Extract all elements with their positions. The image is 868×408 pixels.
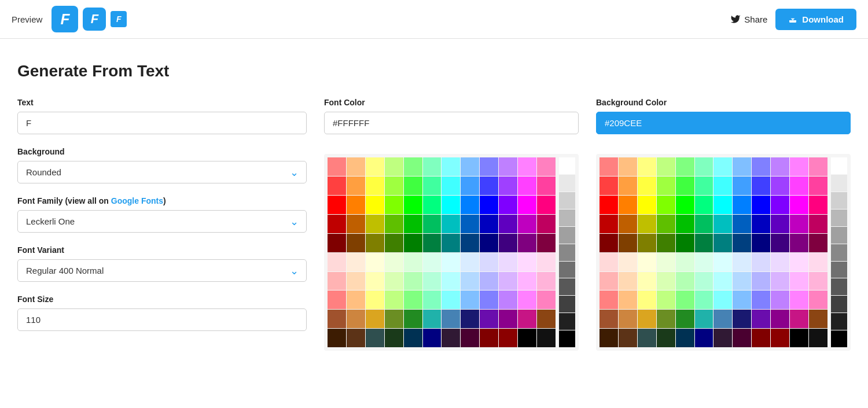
color-swatch[interactable]	[638, 157, 656, 176]
font-variant-select[interactable]: Regular 400 Normal	[17, 259, 307, 282]
color-swatch[interactable]	[499, 253, 517, 271]
color-swatch[interactable]	[619, 177, 637, 195]
color-swatch[interactable]	[518, 196, 536, 214]
color-swatch[interactable]	[638, 329, 656, 347]
color-swatch[interactable]	[328, 215, 346, 233]
color-swatch[interactable]	[328, 310, 346, 328]
color-swatch[interactable]	[385, 177, 403, 195]
color-swatch[interactable]	[713, 329, 732, 347]
color-swatch[interactable]	[790, 177, 808, 195]
color-swatch[interactable]	[771, 272, 789, 291]
color-swatch[interactable]	[619, 329, 637, 347]
color-swatch[interactable]	[518, 310, 536, 328]
color-swatch[interactable]	[366, 196, 384, 214]
gray-swatch[interactable]	[831, 262, 847, 278]
color-swatch[interactable]	[676, 234, 694, 252]
color-swatch[interactable]	[347, 272, 365, 291]
color-swatch[interactable]	[537, 215, 556, 233]
color-swatch[interactable]	[752, 177, 770, 195]
color-swatch[interactable]	[713, 196, 732, 214]
color-swatch[interactable]	[499, 291, 517, 309]
color-swatch[interactable]	[619, 234, 637, 252]
color-swatch[interactable]	[733, 157, 751, 176]
color-swatch[interactable]	[499, 157, 517, 176]
color-swatch[interactable]	[328, 329, 346, 347]
font-color-input[interactable]	[324, 112, 579, 134]
color-swatch[interactable]	[790, 272, 808, 291]
color-swatch[interactable]	[733, 310, 751, 328]
color-swatch[interactable]	[347, 157, 365, 176]
color-swatch[interactable]	[537, 291, 556, 309]
share-button[interactable]: Share	[730, 14, 767, 24]
color-swatch[interactable]	[385, 234, 403, 252]
color-swatch[interactable]	[713, 157, 732, 176]
color-swatch[interactable]	[423, 234, 442, 252]
color-swatch[interactable]	[809, 234, 827, 252]
color-swatch[interactable]	[676, 215, 694, 233]
color-swatch[interactable]	[790, 310, 808, 328]
color-swatch[interactable]	[385, 310, 403, 328]
color-swatch[interactable]	[480, 215, 498, 233]
gray-swatch[interactable]	[559, 262, 575, 278]
color-swatch[interactable]	[619, 215, 637, 233]
color-swatch[interactable]	[385, 291, 403, 309]
color-swatch[interactable]	[695, 157, 713, 176]
color-swatch[interactable]	[366, 177, 384, 195]
color-swatch[interactable]	[638, 253, 656, 271]
color-swatch[interactable]	[366, 157, 384, 176]
gray-swatch[interactable]	[559, 175, 575, 192]
color-swatch[interactable]	[423, 329, 442, 347]
color-swatch[interactable]	[537, 234, 556, 252]
color-swatch[interactable]	[599, 234, 618, 252]
color-swatch[interactable]	[442, 177, 460, 195]
color-swatch[interactable]	[518, 272, 536, 291]
gray-swatch[interactable]	[559, 296, 575, 313]
color-swatch[interactable]	[385, 157, 403, 176]
color-swatch[interactable]	[599, 310, 618, 328]
color-swatch[interactable]	[480, 253, 498, 271]
color-swatch[interactable]	[423, 253, 442, 271]
color-swatch[interactable]	[366, 215, 384, 233]
text-input[interactable]	[17, 112, 307, 134]
color-swatch[interactable]	[657, 272, 675, 291]
color-swatch[interactable]	[676, 291, 694, 309]
color-swatch[interactable]	[638, 291, 656, 309]
color-swatch[interactable]	[442, 310, 460, 328]
color-swatch[interactable]	[676, 329, 694, 347]
color-swatch[interactable]	[676, 253, 694, 271]
color-swatch[interactable]	[347, 329, 365, 347]
color-swatch[interactable]	[771, 196, 789, 214]
color-swatch[interactable]	[442, 291, 460, 309]
color-swatch[interactable]	[657, 215, 675, 233]
color-swatch[interactable]	[328, 157, 346, 176]
color-swatch[interactable]	[599, 329, 618, 347]
color-swatch[interactable]	[366, 234, 384, 252]
color-swatch[interactable]	[328, 196, 346, 214]
color-swatch[interactable]	[537, 177, 556, 195]
color-swatch[interactable]	[461, 234, 479, 252]
color-swatch[interactable]	[423, 291, 442, 309]
color-swatch[interactable]	[499, 196, 517, 214]
color-swatch[interactable]	[619, 196, 637, 214]
color-swatch[interactable]	[638, 196, 656, 214]
color-swatch[interactable]	[328, 177, 346, 195]
color-swatch[interactable]	[619, 310, 637, 328]
google-fonts-link[interactable]: Google Fonts	[111, 196, 163, 205]
color-swatch[interactable]	[599, 196, 618, 214]
color-swatch[interactable]	[537, 253, 556, 271]
color-swatch[interactable]	[752, 329, 770, 347]
color-swatch[interactable]	[713, 310, 732, 328]
color-swatch[interactable]	[752, 253, 770, 271]
font-family-select[interactable]: Leckerli One	[17, 210, 307, 233]
gray-swatch[interactable]	[831, 209, 847, 226]
color-swatch[interactable]	[537, 157, 556, 176]
color-swatch[interactable]	[638, 272, 656, 291]
gray-swatch[interactable]	[559, 192, 575, 209]
color-swatch[interactable]	[752, 196, 770, 214]
color-swatch[interactable]	[442, 157, 460, 176]
color-swatch[interactable]	[771, 157, 789, 176]
color-swatch[interactable]	[638, 234, 656, 252]
color-swatch[interactable]	[518, 234, 536, 252]
color-swatch[interactable]	[537, 329, 556, 347]
color-swatch[interactable]	[385, 253, 403, 271]
